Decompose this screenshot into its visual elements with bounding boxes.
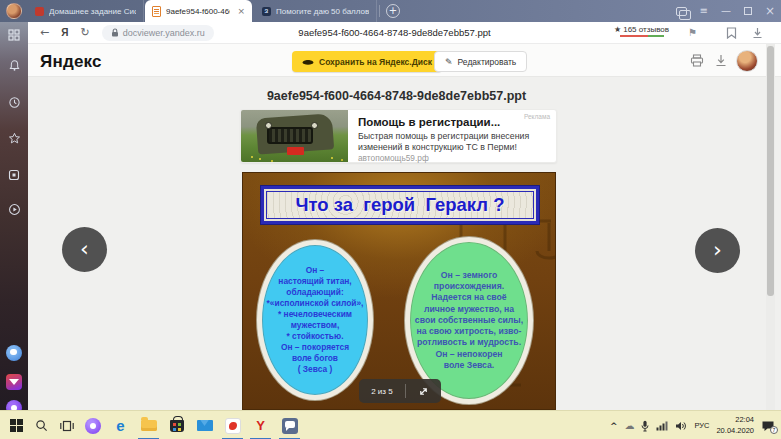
ad-description: Быстрая помощь в регистрации внесения из… bbox=[358, 131, 550, 152]
print-icon[interactable] bbox=[690, 54, 704, 67]
clock-time: 22:04 bbox=[716, 415, 754, 425]
url-text: docviewer.yandex.ru bbox=[123, 28, 205, 38]
star-icon: ★ bbox=[614, 25, 621, 34]
tab-znanija[interactable]: З Помогите даю 50 баллов bbox=[255, 0, 377, 22]
collections-panel-icon[interactable] bbox=[7, 168, 21, 182]
history-clock-icon[interactable] bbox=[7, 95, 21, 109]
save-button-label: Сохранить на Яндекс.Диск bbox=[319, 57, 432, 67]
ppt-document-favicon bbox=[152, 6, 161, 17]
task-view-button[interactable] bbox=[58, 417, 75, 434]
downloads-icon[interactable] bbox=[752, 27, 763, 39]
tab-divider bbox=[379, 5, 380, 17]
grass-flowers bbox=[251, 156, 253, 158]
taskbar-mail-button[interactable] bbox=[196, 417, 213, 434]
ad-title[interactable]: Помощь в регистрации... bbox=[358, 116, 500, 128]
back-icon[interactable]: ← bbox=[40, 27, 49, 38]
taskbar-edge-button[interactable]: e bbox=[112, 417, 129, 434]
site-favicon bbox=[35, 7, 44, 16]
language-indicator[interactable]: РУС bbox=[694, 421, 709, 430]
download-icon[interactable] bbox=[715, 54, 727, 67]
collections-icon[interactable] bbox=[726, 27, 737, 39]
yandex-home-button[interactable]: Я bbox=[61, 27, 68, 38]
bookmark-icon[interactable]: ⚑ bbox=[688, 27, 697, 38]
refresh-icon[interactable]: ↻ bbox=[80, 27, 89, 38]
ad-label: Реклама bbox=[524, 113, 550, 120]
edit-button[interactable]: ✎ Редактировать bbox=[434, 51, 527, 72]
yandex-logo[interactable]: Яндекс bbox=[40, 52, 102, 72]
save-to-disk-button[interactable]: Сохранить на Яндекс.Диск bbox=[292, 51, 442, 72]
new-tab-button[interactable]: + bbox=[386, 4, 400, 18]
vehicle-grill bbox=[267, 127, 313, 144]
yandex-browser-icon: Y bbox=[256, 418, 265, 433]
task-view-icon bbox=[60, 420, 74, 432]
tableau-grid-icon[interactable] bbox=[7, 28, 21, 42]
tab-label: Помогите даю 50 баллов bbox=[276, 7, 369, 16]
window-controls: ≡ — × bbox=[676, 0, 775, 22]
search-button[interactable] bbox=[33, 417, 50, 434]
window-close-icon[interactable]: × bbox=[765, 5, 775, 17]
vehicle-headlight bbox=[265, 122, 272, 129]
notifications-bell-icon[interactable] bbox=[7, 58, 21, 72]
chevron-left-icon: ‹ bbox=[80, 238, 89, 260]
favorites-star-icon[interactable] bbox=[7, 131, 21, 145]
left-oval-text: Он – настоящий титан, обладающий: *«испо… bbox=[265, 263, 366, 376]
browser-profile-avatar[interactable] bbox=[6, 3, 22, 19]
ad-image-vehicle bbox=[241, 110, 348, 162]
previous-page-button[interactable]: ‹ bbox=[62, 227, 107, 272]
mail-icon[interactable] bbox=[6, 374, 22, 390]
user-avatar[interactable] bbox=[736, 50, 758, 72]
taskbar-redapp-button[interactable] bbox=[224, 417, 241, 434]
url-field[interactable]: docviewer.yandex.ru bbox=[102, 25, 214, 41]
tab-label: Домашнее задание Сист bbox=[49, 7, 136, 16]
left-text-oval: Он – настоящий титан, обладающий: *«испо… bbox=[257, 240, 373, 400]
taskbar-clock[interactable]: 22:04 20.04.2020 bbox=[716, 415, 754, 435]
tabs-sync-icon[interactable] bbox=[676, 7, 687, 16]
tray-expand-icon[interactable]: ^ bbox=[610, 421, 618, 431]
clock-date: 20.04.2020 bbox=[716, 426, 754, 436]
scrollbar[interactable] bbox=[766, 44, 775, 410]
rating-bar bbox=[620, 35, 664, 37]
scrollbar-thumb[interactable] bbox=[767, 46, 774, 296]
ad-banner[interactable]: Реклама Помощь в регистрации... Быстрая … bbox=[240, 109, 557, 163]
taskbar-alisa-button[interactable] bbox=[84, 417, 101, 434]
taskbar-explorer-button[interactable] bbox=[140, 417, 157, 434]
disk-icon bbox=[302, 57, 314, 66]
edit-button-label: Редактировать bbox=[458, 57, 517, 67]
network-icon[interactable] bbox=[656, 421, 668, 431]
volume-icon[interactable] bbox=[675, 421, 687, 431]
taskbar-yandex-browser-button[interactable]: Y bbox=[252, 417, 269, 434]
reviews-count: 165 отзывов bbox=[623, 25, 669, 34]
alisa-icon bbox=[85, 418, 101, 434]
slide-title: Что за герой Геракл ? bbox=[295, 194, 504, 216]
video-play-icon[interactable] bbox=[7, 202, 21, 216]
microphone-icon[interactable] bbox=[641, 420, 649, 432]
document-title: 9aefe954-f600-4664-8748-9de8de7ebb57.ppt bbox=[28, 89, 765, 103]
browser-menu-icon[interactable]: ≡ bbox=[700, 6, 708, 16]
slide-title-box: Что за герой Геракл ? bbox=[261, 186, 539, 224]
site-reviews[interactable]: ★ 165 отзывов bbox=[614, 25, 669, 37]
vehicle-headlight bbox=[311, 122, 318, 129]
window-maximize-icon[interactable] bbox=[744, 7, 752, 15]
tab-close-icon[interactable]: × bbox=[237, 6, 245, 16]
ad-link[interactable]: автопомощь59.рф bbox=[358, 153, 429, 163]
pill-divider bbox=[405, 384, 406, 398]
action-center-button[interactable]: 7 bbox=[761, 420, 775, 432]
start-button[interactable] bbox=[8, 417, 25, 434]
tab-document-active[interactable]: 9aefe954-f600-4664-87 × bbox=[145, 0, 252, 22]
tab-homework[interactable]: Домашнее задание Сист bbox=[28, 0, 144, 22]
tab-bar: Домашнее задание Сист 9aefe954-f600-4664… bbox=[0, 0, 781, 22]
page-indicator-pill: 2 из 5 bbox=[359, 379, 441, 403]
next-page-button[interactable]: › bbox=[695, 228, 740, 273]
edge-icon: e bbox=[116, 417, 124, 434]
browser-side-panel bbox=[0, 22, 28, 410]
taskbar-store-button[interactable] bbox=[168, 417, 185, 434]
slide-page: Что за герой Геракл ? Он – настоящий тит… bbox=[242, 172, 556, 410]
fullscreen-icon[interactable] bbox=[418, 386, 429, 397]
messenger-icon[interactable] bbox=[6, 345, 22, 361]
search-icon bbox=[35, 419, 48, 432]
docviewer-header: Яндекс Сохранить на Яндекс.Диск ✎ Редакт… bbox=[28, 44, 781, 77]
address-page-title: 9aefe954-f600-4664-8748-9de8de7ebb57.ppt bbox=[228, 27, 561, 38]
window-minimize-icon[interactable]: — bbox=[721, 6, 731, 16]
cloud-icon[interactable]: ☁ bbox=[624, 420, 634, 431]
taskbar-messenger-button[interactable] bbox=[281, 417, 298, 434]
